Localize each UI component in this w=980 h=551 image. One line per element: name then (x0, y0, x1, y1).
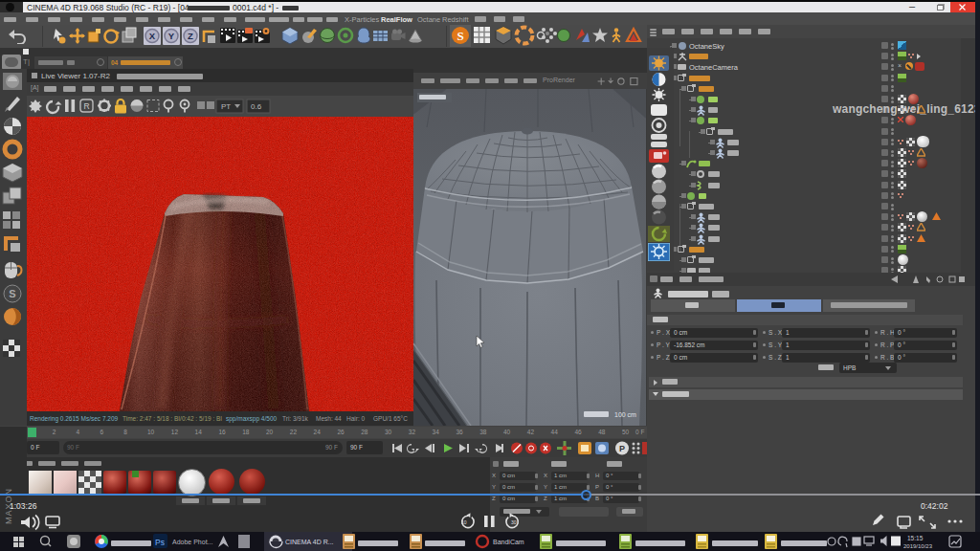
svg-text:PT: PT (221, 102, 231, 111)
svg-text:0.6: 0.6 (251, 102, 262, 111)
svg-text:S: S (457, 29, 463, 43)
svg-text:100 cm: 100 cm (614, 411, 636, 418)
svg-text:10: 10 (461, 519, 467, 525)
svg-text:Y: Y (168, 31, 175, 41)
svg-text:Ps: Ps (155, 538, 165, 547)
svg-text:S: S (9, 288, 15, 299)
svg-text:X: X (149, 31, 156, 41)
svg-text:2019/10/23: 2019/10/23 (903, 543, 933, 549)
svg-text:Z: Z (188, 31, 193, 41)
svg-text:R: R (83, 101, 89, 111)
svg-text:30: 30 (511, 519, 517, 525)
svg-text:15:15: 15:15 (907, 535, 924, 541)
svg-text:P: P (619, 444, 625, 453)
